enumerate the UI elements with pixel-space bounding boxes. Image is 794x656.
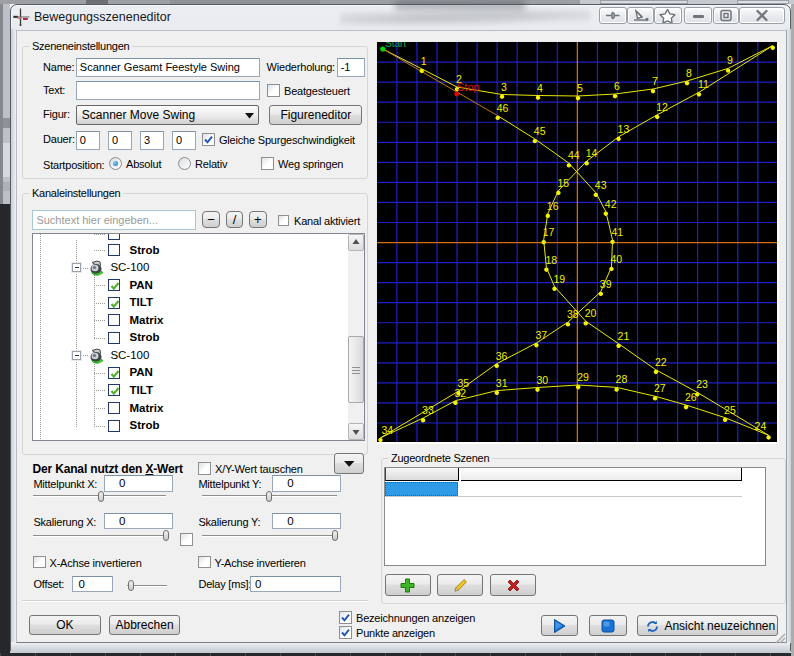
svg-text:16: 16	[547, 200, 559, 212]
svg-text:27: 27	[654, 382, 666, 394]
svg-text:Stop: Stop	[457, 81, 480, 93]
svg-text:42: 42	[605, 198, 617, 210]
svg-text:25: 25	[724, 404, 736, 416]
svg-text:1: 1	[421, 55, 427, 67]
svg-text:40: 40	[611, 253, 623, 265]
svg-text:30: 30	[537, 374, 549, 386]
svg-text:26: 26	[685, 391, 697, 403]
svg-text:20: 20	[585, 307, 597, 319]
svg-text:8: 8	[686, 67, 692, 79]
svg-text:45: 45	[534, 125, 546, 137]
svg-text:5: 5	[577, 82, 583, 94]
svg-text:7: 7	[652, 75, 658, 87]
svg-text:18: 18	[545, 254, 557, 266]
svg-text:37: 37	[535, 329, 547, 341]
svg-text:14: 14	[586, 147, 598, 159]
svg-text:19: 19	[554, 273, 566, 285]
svg-text:21: 21	[618, 330, 630, 342]
svg-text:15: 15	[557, 177, 569, 189]
svg-text:35: 35	[458, 377, 470, 389]
svg-text:44: 44	[568, 149, 580, 161]
svg-text:28: 28	[616, 373, 628, 385]
svg-text:36: 36	[496, 350, 508, 362]
svg-text:Start: Start	[385, 42, 406, 49]
svg-text:11: 11	[698, 78, 709, 90]
svg-text:17: 17	[543, 226, 555, 238]
svg-text:9: 9	[727, 54, 733, 66]
svg-text:12: 12	[656, 101, 668, 113]
svg-text:24: 24	[755, 420, 767, 432]
svg-text:43: 43	[595, 179, 607, 191]
svg-text:41: 41	[612, 226, 624, 238]
svg-text:22: 22	[655, 356, 667, 368]
svg-text:38: 38	[567, 308, 579, 320]
svg-text:39: 39	[600, 278, 612, 290]
svg-text:4: 4	[537, 82, 543, 94]
svg-text:13: 13	[618, 123, 630, 135]
svg-text:34: 34	[382, 424, 394, 436]
svg-text:31: 31	[496, 377, 508, 389]
svg-text:23: 23	[696, 378, 708, 390]
svg-text:33: 33	[422, 404, 434, 416]
svg-text:3: 3	[501, 81, 507, 93]
svg-text:46: 46	[497, 102, 509, 114]
svg-text:29: 29	[577, 371, 589, 383]
svg-text:6: 6	[614, 80, 620, 92]
